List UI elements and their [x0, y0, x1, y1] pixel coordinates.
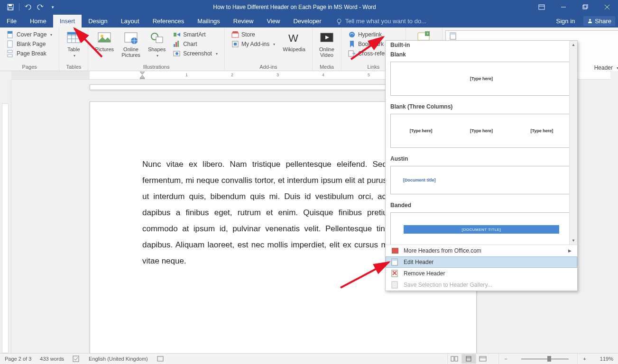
scroll-up-button[interactable]: ▲ — [570, 41, 577, 49]
web-layout-button[interactable] — [476, 354, 490, 364]
save-gallery-icon — [391, 281, 399, 289]
hyperlink-button[interactable]: Hyperlink — [346, 30, 401, 39]
table-button[interactable]: Table▾ — [62, 29, 85, 64]
status-page[interactable]: Page 2 of 3 — [5, 356, 31, 362]
bookmark-icon — [348, 40, 356, 48]
blank-page-icon — [7, 40, 14, 48]
minimize-button[interactable] — [553, 0, 574, 14]
tab-design[interactable]: Design — [82, 15, 114, 27]
cover-page-button[interactable]: Cover Page▾ — [5, 30, 54, 39]
shapes-button[interactable]: Shapes▾ — [144, 29, 169, 64]
gallery-item-blank-label: Blank — [386, 49, 577, 60]
online-video-button[interactable]: Online Video — [315, 29, 338, 64]
svg-rect-5 — [583, 5, 587, 9]
close-button[interactable] — [596, 0, 618, 14]
edit-header-menu-item[interactable]: Edit Header — [386, 256, 577, 268]
status-words[interactable]: 433 words — [40, 356, 64, 362]
shapes-icon — [149, 30, 165, 46]
svg-text:W: W — [288, 32, 298, 44]
tell-me[interactable] — [331, 15, 445, 27]
chart-button[interactable]: Chart — [171, 40, 220, 48]
smartart-button[interactable]: SmartArt — [171, 30, 220, 39]
online-pictures-button[interactable]: Online Pictures — [118, 29, 144, 64]
tell-me-input[interactable] — [345, 18, 440, 25]
qat-customize[interactable]: ▾ — [47, 1, 58, 13]
share-button[interactable]: Share — [583, 16, 615, 26]
blank-page-button[interactable]: Blank Page — [5, 40, 54, 48]
zoom-in-button[interactable]: + — [577, 354, 591, 364]
tab-review[interactable]: Review — [227, 15, 260, 27]
more-headers-menu-item[interactable]: More Headers from Office.com ▶ — [386, 245, 577, 256]
print-layout-button[interactable] — [461, 354, 476, 364]
addin-icon — [231, 40, 239, 48]
gallery-scrollbar[interactable]: ▲ ▼ — [569, 41, 577, 245]
save-button[interactable] — [5, 1, 16, 13]
svg-rect-65 — [73, 356, 79, 362]
undo-button[interactable] — [22, 1, 34, 13]
svg-text:+: + — [426, 31, 429, 36]
read-mode-button[interactable] — [447, 354, 461, 364]
header-gallery: Built-in Blank [Type here] Blank (Three … — [386, 41, 577, 245]
pictures-button[interactable]: Pictures — [91, 29, 118, 64]
tab-layout[interactable]: Layout — [114, 15, 146, 27]
smartart-icon — [173, 31, 181, 38]
svg-rect-31 — [174, 44, 175, 47]
tab-references[interactable]: References — [146, 15, 191, 27]
zoom-slider[interactable] — [521, 358, 569, 360]
tab-view[interactable]: View — [260, 15, 286, 27]
header-gallery-dropdown: Built-in Blank [Type here] Blank (Three … — [385, 40, 578, 291]
gallery-item-austin[interactable]: [Document title] — [390, 166, 572, 194]
svg-rect-16 — [8, 50, 12, 53]
wikipedia-icon: W — [286, 30, 302, 46]
gallery-item-blank3-label: Blank (Three Columns) — [386, 101, 577, 112]
svg-rect-67 — [451, 356, 454, 361]
group-media: Online Video Media — [313, 27, 341, 71]
page-break-icon — [7, 50, 14, 57]
group-label-tables: Tables — [62, 64, 85, 70]
scroll-down-button[interactable]: ▼ — [570, 237, 577, 245]
video-icon — [319, 30, 334, 46]
quick-access-toolbar: ▾ — [0, 1, 58, 13]
redo-button[interactable] — [35, 1, 46, 13]
tab-mailings[interactable]: Mailings — [191, 15, 227, 27]
zoom-level[interactable]: 119% — [600, 356, 613, 362]
screenshot-icon — [173, 50, 181, 57]
share-label: Share — [595, 18, 611, 25]
ribbon-display-options[interactable] — [531, 0, 553, 14]
svg-rect-71 — [480, 356, 486, 361]
my-addins-button[interactable]: My Add-ins▾ — [230, 40, 277, 48]
hanging-indent-marker[interactable] — [140, 75, 145, 80]
gallery-item-blank-three-columns[interactable]: [Type here] [Type here] [Type here] — [390, 114, 572, 148]
screenshot-button[interactable]: Screenshot▾ — [171, 49, 220, 58]
tab-developer[interactable]: Developer — [286, 15, 328, 27]
svg-rect-36 — [232, 33, 239, 37]
document-body[interactable]: Nunc vitae ex libero. Nam tristique pell… — [142, 156, 424, 269]
remove-header-menu-item[interactable]: Remove Header — [386, 268, 577, 279]
store-button[interactable]: Store — [230, 30, 277, 39]
svg-rect-3 — [539, 5, 544, 9]
gallery-item-blank[interactable]: [Type here] — [390, 62, 572, 96]
gallery-item-banded-label: Banded — [386, 200, 577, 210]
maximize-button[interactable] — [574, 0, 596, 14]
sign-in-link[interactable]: Sign in — [553, 15, 579, 27]
share-icon — [587, 18, 593, 24]
gallery-item-banded[interactable]: [DOCUMENT TITLE] — [390, 212, 572, 245]
svg-rect-55 — [392, 248, 398, 254]
zoom-out-button[interactable]: − — [498, 354, 513, 364]
page-break-button[interactable]: Page Break — [5, 49, 54, 58]
wikipedia-button[interactable]: W Wikipedia — [279, 29, 309, 64]
spellcheck-icon[interactable] — [73, 355, 80, 362]
status-language[interactable]: English (United Kingdom) — [89, 356, 148, 362]
submenu-arrow-icon: ▶ — [568, 248, 572, 253]
ruler-vertical[interactable] — [0, 80, 11, 353]
svg-rect-32 — [175, 42, 177, 47]
group-pages: Cover Page▾ Blank Page Page Break Pages — [0, 27, 59, 71]
tab-file[interactable]: File — [0, 15, 23, 27]
tab-insert[interactable]: Insert — [53, 15, 82, 27]
macro-icon[interactable] — [157, 355, 164, 362]
gallery-item-austin-label: Austin — [386, 154, 577, 164]
svg-point-35 — [175, 52, 178, 55]
tab-home[interactable]: Home — [23, 15, 53, 27]
group-illustrations: Pictures Online Pictures Shapes▾ SmartAr… — [88, 27, 225, 71]
svg-point-41 — [349, 32, 355, 37]
